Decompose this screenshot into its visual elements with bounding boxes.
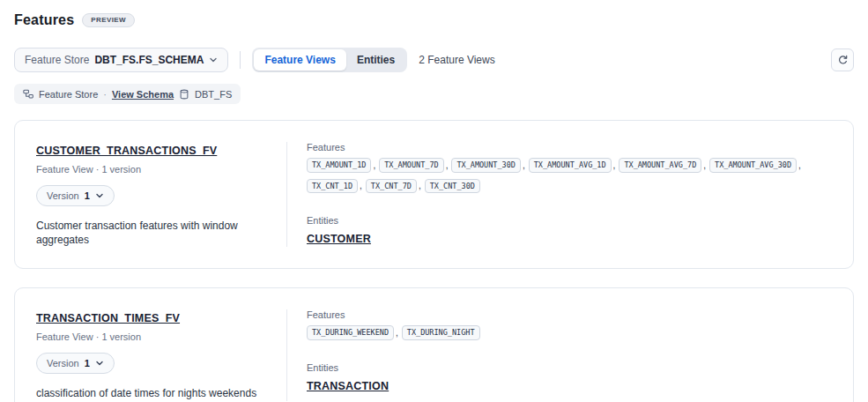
entity-link[interactable]: TRANSACTION xyxy=(307,380,389,392)
feature-chip: TX_CNT_30D xyxy=(425,179,480,194)
tab-entities[interactable]: Entities xyxy=(346,49,405,71)
entity-link[interactable]: CUSTOMER xyxy=(307,233,371,245)
toolbar-divider xyxy=(240,51,241,69)
feature-chip: TX_DURING_NIGHT xyxy=(402,325,480,340)
refresh-icon xyxy=(837,55,849,66)
page-header: Features PREVIEW xyxy=(14,12,854,28)
feature-chip: TX_AMOUNT_AVG_30D xyxy=(709,158,797,173)
feature-chip: TX_AMOUNT_7D xyxy=(379,158,443,173)
chip-separator: , xyxy=(798,160,801,170)
feature-chip: TX_CNT_7D xyxy=(366,179,417,194)
feature-views-count: 2 Feature Views xyxy=(419,54,495,66)
features-label: Features xyxy=(307,309,839,320)
chip-separator: , xyxy=(613,160,616,170)
feature-chip: TX_DURING_WEEKEND xyxy=(307,325,394,340)
chevron-down-icon xyxy=(95,359,104,368)
chevron-down-icon xyxy=(95,191,104,200)
chip-separator: , xyxy=(523,160,525,170)
chip-separator: , xyxy=(419,181,421,190)
card-details: Features TX_AMOUNT_1D,TX_AMOUNT_7D,TX_AM… xyxy=(286,142,839,247)
breadcrumb-store-label: Feature Store xyxy=(39,89,98,100)
feature-chip: TX_AMOUNT_AVG_1D xyxy=(529,158,612,173)
feature-chip-list: TX_AMOUNT_1D,TX_AMOUNT_7D,TX_AMOUNT_30D,… xyxy=(307,158,839,193)
feature-view-card: CUSTOMER_TRANSACTIONS_FV Feature View · … xyxy=(14,120,854,269)
feature-view-subtitle: Feature View · 1 version xyxy=(36,331,272,342)
card-summary: CUSTOMER_TRANSACTIONS_FV Feature View · … xyxy=(36,142,272,247)
feature-view-title-link[interactable]: CUSTOMER_TRANSACTIONS_FV xyxy=(36,145,217,157)
version-value: 1 xyxy=(85,190,90,201)
view-schema-link[interactable]: View Schema xyxy=(112,89,174,100)
feature-chip: TX_AMOUNT_AVG_7D xyxy=(619,158,701,173)
database-icon xyxy=(179,89,189,100)
preview-badge: PREVIEW xyxy=(82,13,135,27)
chip-separator: , xyxy=(446,160,449,170)
version-value: 1 xyxy=(85,358,90,368)
breadcrumb-database-name: DBT_FS xyxy=(195,89,232,100)
feature-view-subtitle: Feature View · 1 version xyxy=(36,164,272,175)
version-dropdown[interactable]: Version 1 xyxy=(36,185,115,206)
refresh-button[interactable] xyxy=(831,48,854,71)
feature-chip: TX_AMOUNT_1D xyxy=(307,158,371,173)
tab-feature-views[interactable]: Feature Views xyxy=(254,49,345,71)
feature-store-label: Feature Store xyxy=(25,54,89,66)
feature-view-card: TRANSACTION_TIMES_FV Feature View · 1 ve… xyxy=(14,287,854,402)
feature-store-breadcrumb: Feature Store · View Schema DBT_FS xyxy=(14,84,241,104)
feature-view-description: Customer transaction features with windo… xyxy=(36,219,272,247)
features-page: Features PREVIEW Feature Store DBT_FS.FS… xyxy=(0,0,868,402)
version-dropdown[interactable]: Version 1 xyxy=(36,353,115,374)
feature-store-value: DBT_FS.FS_SCHEMA xyxy=(94,54,204,66)
card-summary: TRANSACTION_TIMES_FV Feature View · 1 ve… xyxy=(36,309,272,400)
entities-label: Entities xyxy=(307,362,839,373)
chip-separator: , xyxy=(396,328,398,338)
feature-chip: TX_CNT_1D xyxy=(307,179,358,194)
page-title: Features xyxy=(14,12,74,28)
card-details: Features TX_DURING_WEEKEND,TX_DURING_NIG… xyxy=(286,309,839,400)
view-tabs: Feature Views Entities xyxy=(252,48,407,72)
feature-view-description: classification of date times for nights … xyxy=(36,386,272,400)
toolbar: Feature Store DBT_FS.FS_SCHEMA Feature V… xyxy=(14,48,854,72)
chip-separator: , xyxy=(373,160,375,170)
feature-chip-list: TX_DURING_WEEKEND,TX_DURING_NIGHT xyxy=(307,325,839,340)
entities-label: Entities xyxy=(307,215,839,226)
features-label: Features xyxy=(307,142,839,153)
feature-view-title-link[interactable]: TRANSACTION_TIMES_FV xyxy=(36,312,180,324)
feature-store-dropdown[interactable]: Feature Store DBT_FS.FS_SCHEMA xyxy=(14,48,228,72)
version-label: Version xyxy=(47,358,79,368)
chip-separator: , xyxy=(703,160,706,170)
chip-separator: , xyxy=(360,181,362,190)
chevron-down-icon xyxy=(209,56,218,64)
version-label: Version xyxy=(47,190,79,201)
breadcrumb-separator: · xyxy=(103,89,107,100)
feature-chip: TX_AMOUNT_30D xyxy=(451,158,521,173)
schema-icon xyxy=(23,89,33,100)
